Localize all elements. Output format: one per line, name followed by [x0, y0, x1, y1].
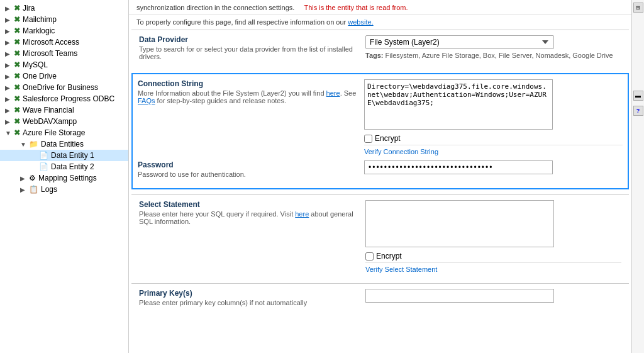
- sidebar-item-mailchimp[interactable]: ▶ ✖ Mailchimp: [0, 14, 128, 25]
- expand-arrow: ▶: [5, 39, 13, 46]
- top-info-suffix: This is the entity that is read from.: [304, 4, 408, 11]
- sidebar-label-webdav: WebDAVXampp: [23, 117, 77, 126]
- verify-connection-link[interactable]: Verify Connection String: [364, 145, 623, 155]
- primary-keys-label-col: Primary Key(s) Please enter primary key …: [139, 289, 365, 306]
- expand-arrow: [30, 152, 38, 159]
- expand-arrow: ▶: [5, 107, 13, 114]
- encrypt-checkbox-conn[interactable]: [364, 135, 372, 143]
- right-btn-2[interactable]: ▬: [633, 91, 643, 101]
- data-provider-tags: Tags: Filesystem, Azure File Storage, Bo…: [365, 52, 621, 59]
- connection-string-textarea[interactable]: Directory=\webdavdiag375.file.core.windo…: [364, 79, 553, 130]
- expand-arrow: ▶: [5, 62, 13, 69]
- select-statement-textarea[interactable]: [365, 200, 554, 247]
- primary-keys-label: Primary Key(s): [139, 289, 358, 298]
- expand-arrow: ▶: [20, 186, 28, 193]
- expand-arrow: ▶: [5, 28, 13, 35]
- website-link[interactable]: website.: [348, 18, 373, 26]
- msteams-icon: ✖: [14, 49, 20, 58]
- expand-arrow: [30, 164, 38, 171]
- select-statement-label-col: Select Statement Please enter here your …: [139, 200, 365, 225]
- mailchimp-icon: ✖: [14, 15, 20, 24]
- top-info-text: synchronization direction in the connect…: [136, 4, 294, 11]
- sidebar-label-salesforce: Salesforce Progress ODBC: [23, 94, 114, 103]
- mapping-icon: ⚙: [29, 174, 36, 182]
- primary-keys-section: Primary Key(s) Please enter primary key …: [131, 283, 629, 317]
- sidebar-item-onedrive[interactable]: ▶ ✖ One Drive: [0, 70, 128, 82]
- sidebar-label-wave: Wave Financial: [23, 106, 74, 115]
- right-panel: ⊞ ▬ ?: [631, 0, 644, 353]
- sidebar-item-salesforce[interactable]: ▶ ✖ Salesforce Progress ODBC: [0, 93, 128, 104]
- logs-icon: 📋: [29, 185, 38, 194]
- data-entity-2-icon: 📄: [39, 162, 48, 171]
- marklogic-icon: ✖: [14, 26, 20, 35]
- wave-icon: ✖: [14, 106, 20, 115]
- connection-string-here-link[interactable]: here: [326, 89, 340, 97]
- right-btn-3[interactable]: ?: [633, 106, 643, 116]
- sidebar-item-msteams[interactable]: ▶ ✖ Microsoft Teams: [0, 48, 128, 59]
- primary-keys-group: Primary Key(s) Please enter primary key …: [139, 289, 621, 306]
- sidebar-item-logs[interactable]: ▶ 📋 Logs: [0, 184, 128, 195]
- right-btn-1[interactable]: ⊞: [633, 3, 643, 13]
- msaccess-icon: ✖: [14, 38, 20, 47]
- sidebar-item-jira[interactable]: ▶ ✖ Jira: [0, 3, 128, 14]
- password-label-col: Password Password to use for authenticat…: [138, 160, 364, 178]
- sidebar-label-jira: Jira: [23, 4, 35, 13]
- onedrive-icon: ✖: [14, 72, 20, 81]
- sidebar-item-mapping[interactable]: ▶ ⚙ Mapping Settings: [0, 172, 128, 184]
- azure-icon: ✖: [14, 128, 20, 137]
- sidebar-label-azure: Azure File Storage: [23, 128, 85, 137]
- password-group: Password Password to use for authenticat…: [138, 160, 623, 178]
- data-provider-select[interactable]: File System (Layer2) SQL Server SharePoi…: [365, 35, 554, 49]
- data-provider-desc: Type to search for or select your data p…: [139, 45, 358, 60]
- encrypt-label-select: Encrypt: [376, 252, 402, 261]
- connection-string-label-col: Connection String More Information about…: [138, 79, 364, 104]
- sidebar-label-data-entities: Data Entities: [41, 140, 84, 148]
- sidebar: ▶ ✖ Jira ▶ ✖ Mailchimp ▶ ✖ Marklogic ▶ ✖…: [0, 0, 129, 353]
- sidebar-item-mysql[interactable]: ▶ ✖ MySQL: [0, 59, 128, 70]
- sidebar-item-wave[interactable]: ▶ ✖ Wave Financial: [0, 104, 128, 116]
- select-statement-group: Select Statement Please enter here your …: [139, 200, 621, 273]
- expand-arrow: ▶: [5, 50, 13, 57]
- expand-arrow: ▶: [5, 16, 13, 23]
- connection-string-desc: More Information about the File System (…: [138, 89, 357, 104]
- expand-arrow: ▶: [20, 175, 28, 182]
- data-provider-label-col: Data Provider Type to search for or sele…: [139, 35, 365, 60]
- sidebar-item-onedrive-business[interactable]: ▶ ✖ OneDrive for Business: [0, 82, 128, 93]
- expand-arrow: ▶: [5, 118, 13, 125]
- password-desc: Password to use for authentication.: [138, 171, 357, 178]
- sidebar-item-azure[interactable]: ▼ ✖ Azure File Storage: [0, 127, 128, 138]
- sidebar-label-data-entity-2: Data Entity 2: [51, 162, 94, 171]
- verify-select-link[interactable]: Verify Select Statement: [365, 262, 621, 273]
- sidebar-item-data-entities[interactable]: ▼ 📁 Data Entities: [0, 138, 128, 150]
- primary-keys-input[interactable]: [365, 289, 554, 303]
- jira-icon: ✖: [14, 4, 20, 13]
- select-statement-label: Select Statement: [139, 200, 358, 209]
- password-input-col: [364, 160, 623, 174]
- sidebar-label-msaccess: Microsoft Access: [23, 38, 79, 47]
- info-bar-text: To properly configure this page, find al…: [136, 18, 346, 26]
- sidebar-label-mapping: Mapping Settings: [38, 174, 97, 182]
- primary-keys-input-col: [365, 289, 621, 303]
- connection-string-faqs-link[interactable]: FAQs: [138, 97, 155, 104]
- sidebar-item-msaccess[interactable]: ▶ ✖ Microsoft Access: [0, 36, 128, 48]
- sidebar-item-data-entity-2[interactable]: 📄 Data Entity 2: [0, 161, 128, 172]
- data-provider-group: Data Provider Type to search for or sele…: [139, 35, 621, 60]
- select-statement-desc: Please enter here your SQL query if requ…: [139, 210, 358, 225]
- sidebar-item-webdav[interactable]: ▶ ✖ WebDAVXampp: [0, 116, 128, 127]
- sidebar-label-logs: Logs: [41, 185, 57, 194]
- data-provider-label: Data Provider: [139, 35, 358, 44]
- sidebar-label-marklogic: Marklogic: [23, 26, 55, 35]
- sidebar-label-mysql: MySQL: [23, 60, 48, 69]
- data-provider-input-col: File System (Layer2) SQL Server SharePoi…: [365, 35, 621, 59]
- data-provider-section: Data Provider Type to search for or sele…: [131, 30, 629, 70]
- expand-arrow: ▼: [20, 141, 28, 148]
- encrypt-checkbox-select[interactable]: [365, 252, 374, 261]
- encrypt-row-conn: Encrypt: [364, 134, 623, 143]
- expand-arrow: ▶: [5, 5, 13, 12]
- select-stmt-here-link[interactable]: here: [295, 210, 309, 218]
- onedrive-business-icon: ✖: [14, 83, 20, 92]
- sidebar-item-marklogic[interactable]: ▶ ✖ Marklogic: [0, 25, 128, 36]
- sidebar-item-data-entity-1[interactable]: 📄 Data Entity 1: [0, 150, 128, 161]
- password-input[interactable]: [364, 160, 553, 174]
- sidebar-label-onedrive-business: OneDrive for Business: [23, 83, 98, 92]
